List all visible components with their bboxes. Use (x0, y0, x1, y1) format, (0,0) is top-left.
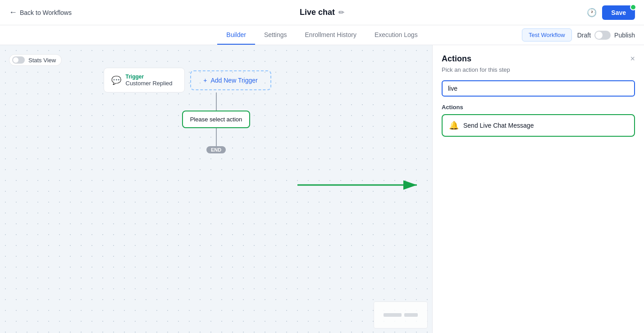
minimap-bars (384, 313, 418, 317)
main-layout: Stats View 💬 Trigger Customer Replied + … (0, 45, 644, 333)
topbar-left: ← Back to Workflows (9, 8, 72, 17)
action-node-label: Please select action (190, 116, 242, 123)
minimap (374, 301, 428, 328)
trigger-value: Customer Replied (126, 80, 173, 87)
connector-line-bottom (216, 128, 217, 146)
action-select-node[interactable]: Please select action (182, 111, 251, 128)
tab-execution-logs[interactable]: Execution Logs (365, 26, 427, 45)
nav-tabs-right: Test Workflow Draft Publish (522, 28, 635, 42)
save-button[interactable]: Save (602, 5, 635, 20)
arrow-annotation (297, 178, 424, 192)
connector-top (216, 92, 217, 111)
end-badge: END (206, 146, 226, 153)
actions-section-label: Actions (442, 104, 635, 111)
tab-enrollment-history[interactable]: Enrollment History (296, 26, 365, 45)
search-input[interactable] (442, 80, 635, 97)
toggle-thumb (595, 32, 603, 39)
stats-toggle-thumb (13, 57, 18, 63)
trigger-node-content: Trigger Customer Replied (126, 74, 173, 87)
nav-tabs: Builder Settings Enrollment History Exec… (0, 25, 644, 45)
trigger-node[interactable]: 💬 Trigger Customer Replied (104, 68, 185, 92)
edit-icon[interactable]: ✏ (338, 8, 344, 17)
panel-close-button[interactable]: × (630, 54, 635, 64)
stats-view-toggle[interactable]: Stats View (9, 54, 62, 66)
connector-line-top (216, 92, 217, 111)
back-label: Back to Workflows (20, 9, 72, 16)
publish-toggle[interactable] (594, 31, 611, 40)
publish-label: Publish (614, 32, 635, 39)
panel-title: Actions (442, 54, 471, 64)
add-trigger-node[interactable]: + Add New Trigger (190, 70, 271, 90)
test-workflow-button[interactable]: Test Workflow (522, 28, 572, 42)
trigger-chat-icon: 💬 (111, 75, 121, 85)
stats-view-label: Stats View (28, 57, 56, 64)
minimap-bar-2 (404, 313, 418, 317)
action-item-send-live-chat[interactable]: 🔔 Send Live Chat Message (442, 114, 635, 137)
add-trigger-label: Add New Trigger (210, 77, 257, 84)
back-to-workflows-link[interactable]: ← Back to Workflows (9, 8, 72, 17)
draft-label: Draft (577, 32, 591, 39)
nodes-center: Please select action END (104, 92, 329, 153)
panel-subtitle: Pick an action for this step (442, 66, 635, 73)
stats-toggle-switch[interactable] (12, 56, 25, 64)
publish-toggle-area: Draft Publish (577, 31, 635, 40)
workflow-canvas[interactable]: Stats View 💬 Trigger Customer Replied + … (0, 45, 432, 333)
topbar: ← Back to Workflows Live chat ✏ 🕐 Save (0, 0, 644, 25)
minimap-inner (374, 302, 427, 328)
actions-panel: Actions × Pick an action for this step A… (432, 45, 644, 333)
history-icon[interactable]: 🕐 (587, 8, 597, 18)
minimap-bar-1 (384, 313, 402, 317)
action-item-label: Send Live Chat Message (463, 122, 534, 129)
trigger-row: 💬 Trigger Customer Replied + Add New Tri… (104, 68, 329, 92)
plus-icon: + (203, 77, 207, 84)
page-title: Live chat (300, 8, 335, 17)
workflow-area: 💬 Trigger Customer Replied + Add New Tri… (104, 68, 329, 153)
tab-builder[interactable]: Builder (217, 26, 255, 45)
tab-settings[interactable]: Settings (255, 26, 296, 45)
trigger-label: Trigger (126, 74, 173, 80)
panel-header: Actions × (442, 54, 635, 64)
topbar-right: 🕐 Save (587, 5, 635, 20)
live-chat-icon: 🔔 (449, 120, 459, 130)
back-arrow-icon: ← (9, 8, 17, 17)
topbar-center: Live chat ✏ (300, 8, 344, 17)
connector-bottom (216, 128, 217, 146)
